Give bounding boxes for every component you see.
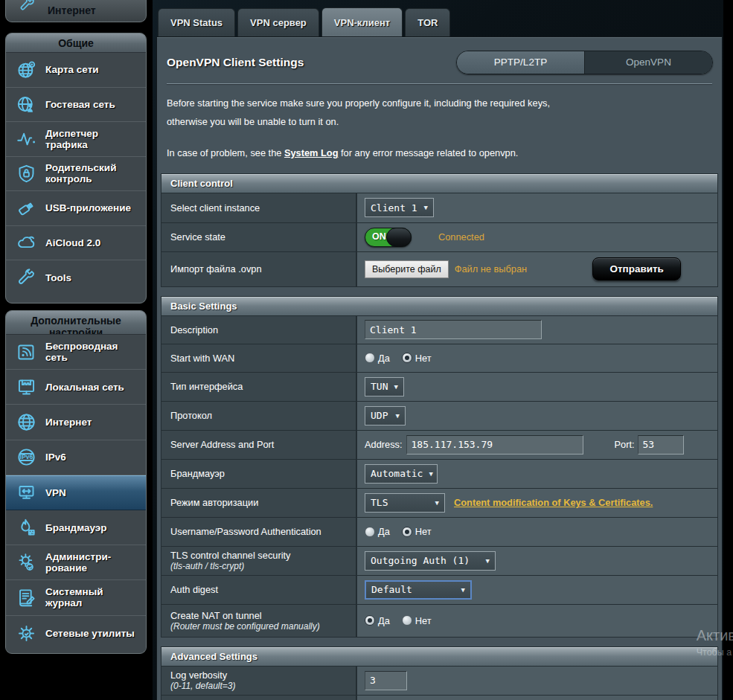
- table-row: Интервал опроса ( отключения : 0 ): [161, 696, 717, 700]
- sidebar-section-advanced: Дополнительные настройки Беспроводная се…: [5, 310, 147, 654]
- sidebar-item-system-log[interactable]: Системный журнал: [6, 580, 146, 615]
- sidebar-item-label: USB-приложение: [45, 202, 131, 213]
- choose-file-button[interactable]: Выберите файл: [365, 260, 449, 278]
- description-input[interactable]: [365, 320, 542, 339]
- table-row: Select client instance Client 1▼: [161, 193, 717, 223]
- sidebar-item-traffic-manager[interactable]: Диспетчер трафика: [6, 122, 146, 157]
- syslog-icon: [15, 586, 37, 609]
- vpn-icon: [15, 481, 37, 504]
- sidebar-item-label: Карта сети: [45, 64, 99, 75]
- openvpn-client-panel: OpenVPN Client Settings PPTP/L2TP OpenVP…: [156, 36, 723, 700]
- tools-icon: [15, 266, 37, 289]
- table-row: Start with WAN Да Нет: [161, 344, 717, 373]
- parental-control-icon: [15, 162, 37, 184]
- sidebar-item-label: AiCloud 2.0: [45, 237, 100, 248]
- sidebar-item-guest-network[interactable]: Гостевая сеть: [6, 88, 146, 123]
- sidebar-item-label: Беспроводная сеть: [45, 341, 141, 363]
- sidebar-item-network-map[interactable]: Карта сети: [6, 53, 146, 88]
- usb-app-icon: [15, 197, 37, 219]
- section-header-basic: Basic Settings: [161, 297, 717, 316]
- service-state-toggle[interactable]: ON: [365, 228, 412, 247]
- sidebar-item-wireless[interactable]: Беспроводная сеть: [6, 335, 146, 370]
- chevron-down-icon: ▼: [461, 586, 465, 594]
- client-instance-select[interactable]: Client 1▼: [365, 198, 434, 217]
- table-row: Server Address and Port Address: Port:: [161, 431, 717, 460]
- sidebar-item-label: VPN: [45, 487, 66, 498]
- svg-text:IPv6: IPv6: [19, 454, 33, 461]
- chevron-down-icon: ▼: [429, 470, 432, 478]
- sidebar-item-administration[interactable]: Администри- рование: [6, 545, 146, 580]
- sidebar-item-label: Локальная сеть: [45, 382, 124, 393]
- basic-settings-table: Basic Settings Description Start with WA…: [161, 296, 718, 638]
- sidebar-item-firewall[interactable]: Брандмауэр: [6, 510, 146, 545]
- row-label: Режим авторизации: [161, 489, 357, 517]
- file-status: Файл не выбран: [455, 263, 527, 274]
- sidebar-item-network-tools[interactable]: Сетевые утилиты: [6, 616, 146, 651]
- row-label: Select client instance: [161, 193, 357, 222]
- chevron-down-icon: ▼: [396, 412, 400, 420]
- row-label: Интервал опроса ( отключения : 0 ): [161, 696, 357, 700]
- tls-control-select[interactable]: Outgoing Auth (1)▼: [365, 551, 496, 571]
- admin-icon: [15, 551, 37, 574]
- row-label: Протокол: [161, 402, 357, 430]
- address-label: Address:: [365, 439, 403, 450]
- right-black-strip: [723, 0, 733, 700]
- tab-vpn-client[interactable]: VPN-клиент: [321, 7, 403, 36]
- table-row: Create NAT on tunnel (Router must be con…: [161, 605, 717, 637]
- row-label: Log verbosity (0-11, default=3): [161, 667, 357, 695]
- page-title: OpenVPN Client Settings: [167, 56, 304, 69]
- start-wan-yes-radio[interactable]: [365, 353, 375, 363]
- ipv6-icon: IPv6: [15, 446, 37, 469]
- openvpn-button[interactable]: OpenVPN: [585, 51, 712, 74]
- row-label: TLS control channel security (tls-auth /…: [161, 547, 357, 575]
- nat-yes-radio[interactable]: [365, 615, 375, 626]
- table-row: Режим авторизации TLS▼ Content modificat…: [161, 489, 717, 518]
- server-address-input[interactable]: [406, 435, 583, 455]
- wrench-icon: [16, 0, 39, 16]
- sidebar-item-vpn[interactable]: VPN: [6, 475, 146, 510]
- sidebar-section-title: Общие: [6, 33, 146, 53]
- auth-mode-select[interactable]: TLS▼: [365, 493, 445, 513]
- sidebar: Интернет Общие Карта сети Гостевая сеть …: [0, 0, 153, 700]
- sidebar-item-ipv6[interactable]: IPv6 IPv6: [6, 440, 146, 475]
- table-row: Брандмауэр Automatic▼: [161, 460, 717, 489]
- sidebar-item-tools[interactable]: Tools: [6, 260, 146, 295]
- connection-status: Connected: [438, 231, 484, 243]
- sidebar-item-label: Родительский контроль: [45, 162, 141, 184]
- sidebar-section-title: Дополнительные настройки: [6, 311, 146, 335]
- sidebar-item-internet-quick[interactable]: Интернет: [5, 0, 147, 22]
- wireless-icon: [15, 341, 37, 363]
- userpass-no-radio[interactable]: [402, 527, 412, 537]
- pptp-l2tp-button[interactable]: PPTP/L2TP: [457, 51, 585, 74]
- tab-vpn-server[interactable]: VPN сервер: [237, 8, 319, 36]
- row-label: Username/Password Authentication: [161, 518, 357, 546]
- sidebar-section-general: Общие Карта сети Гостевая сеть Диспетчер…: [5, 33, 147, 304]
- interface-type-select[interactable]: TUN▼: [365, 377, 404, 396]
- firewall-icon: [15, 516, 37, 539]
- server-port-input[interactable]: [638, 435, 684, 455]
- tab-vpn-status[interactable]: VPN Status: [158, 8, 235, 36]
- tab-tor[interactable]: TOR: [405, 8, 450, 36]
- start-wan-no-radio[interactable]: [402, 353, 412, 363]
- system-log-link[interactable]: System Log: [284, 147, 339, 158]
- sidebar-item-usb-application[interactable]: USB-приложение: [6, 191, 146, 226]
- nat-no-radio[interactable]: [402, 615, 412, 626]
- userpass-yes-radio[interactable]: [365, 527, 375, 537]
- vpn-tab-bar: VPN Status VPN сервер VPN-клиент TOR: [158, 7, 452, 36]
- sidebar-item-parental-control[interactable]: Родительский контроль: [6, 157, 146, 192]
- sidebar-item-aicloud[interactable]: AiCloud 2.0: [6, 226, 146, 261]
- protocol-select[interactable]: UDP▼: [365, 406, 406, 426]
- upload-button[interactable]: Отправить: [592, 257, 681, 280]
- sidebar-item-lan[interactable]: Локальная сеть: [6, 370, 146, 405]
- log-verbosity-input[interactable]: [365, 671, 407, 690]
- sidebar-item-label: Сетевые утилиты: [45, 628, 135, 639]
- advanced-settings-table: Advanced Settings Log verbosity (0-11, d…: [161, 646, 718, 700]
- toggle-knob: [386, 228, 412, 247]
- sidebar-item-label: Системный журнал: [45, 586, 141, 609]
- firewall-select[interactable]: Automatic▼: [365, 464, 438, 484]
- table-row: Auth digest Default▼: [161, 576, 717, 605]
- row-label: Server Address and Port: [161, 431, 357, 459]
- sidebar-item-wan[interactable]: Интернет: [6, 405, 146, 440]
- keys-certificates-link[interactable]: Content modification of Keys & Certifica…: [454, 497, 653, 508]
- auth-digest-select[interactable]: Default▼: [365, 580, 472, 600]
